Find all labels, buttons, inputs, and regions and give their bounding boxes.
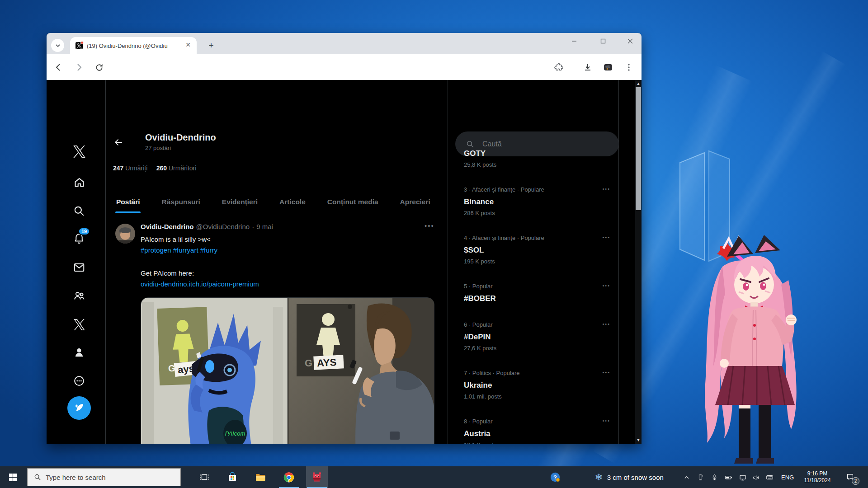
nav-profile-icon[interactable]: [73, 346, 85, 359]
compose-post-button[interactable]: [67, 396, 91, 420]
tray-battery-icon[interactable]: [725, 474, 732, 481]
browser-window: (19) Ovidiu-Dendrino (@Ovidiu ✕ + x.com/…: [47, 33, 642, 444]
taskbar-search-box[interactable]: [27, 468, 181, 486]
tweet-image-protogen-art[interactable]: G ays PAIcom: [141, 298, 288, 444]
scroll-down-arrow[interactable]: ▼: [636, 438, 641, 442]
trend-more-button[interactable]: •••: [602, 418, 610, 423]
nav-messages-icon[interactable]: [73, 261, 85, 274]
trend-meta: 7 · Politics · Populare: [464, 369, 610, 378]
svg-text:G: G: [305, 357, 312, 369]
profile-tab-2[interactable]: Răspunsuri: [151, 191, 211, 213]
reload-button[interactable]: [94, 62, 104, 73]
trend-more-button[interactable]: •••: [602, 283, 610, 288]
get-help-button[interactable]: ?: [550, 472, 561, 483]
minimize-button[interactable]: [564, 33, 585, 49]
trend-item[interactable]: 7 · Politics · Populare•••Ukraine1,01 mi…: [464, 369, 610, 401]
nav-home-icon[interactable]: [73, 176, 85, 188]
taskbar-search-input[interactable]: [46, 474, 154, 481]
chevron-down-icon: [55, 43, 61, 48]
language-indicator[interactable]: ENG: [781, 466, 794, 488]
tray-microphone-icon[interactable]: [711, 474, 718, 481]
trend-post-count: 27,6 K posts: [464, 344, 610, 353]
trend-post-count: 12,1 K posts: [464, 441, 610, 444]
followers-label[interactable]: Urmăritori: [169, 164, 196, 172]
trend-more-button[interactable]: •••: [602, 186, 610, 192]
tweet-image-meme-photo[interactable]: G AYS: [288, 298, 434, 444]
scroll-up-arrow[interactable]: ▲: [636, 81, 641, 86]
tab-search-button[interactable]: [51, 39, 64, 52]
browser-tab[interactable]: (19) Ovidiu-Dendrino (@Ovidiu ✕: [70, 37, 197, 54]
taskbar-clock[interactable]: 9:16 PM 11/18/2024: [798, 466, 836, 488]
tab-close-icon[interactable]: ✕: [184, 42, 192, 50]
nav-premium-icon[interactable]: [73, 318, 85, 331]
x-search-input[interactable]: [482, 140, 591, 148]
extension-protogen-icon[interactable]: [603, 62, 613, 73]
chrome-button[interactable]: [283, 472, 294, 483]
tray-volume-icon[interactable]: [752, 474, 760, 481]
tray-expand-chevron[interactable]: [683, 474, 690, 481]
tweet-author-name[interactable]: Ovidiu-Dendrino: [141, 223, 194, 230]
trend-meta: 3 · Afaceri și finanțe · Populare: [464, 185, 610, 194]
tray-keyboard-icon[interactable]: [766, 474, 774, 481]
trend-more-button[interactable]: •••: [602, 321, 610, 327]
trend-name[interactable]: Binance: [464, 196, 610, 208]
trend-item[interactable]: GOTY25,8 K posts: [464, 148, 610, 169]
trend-item[interactable]: 5 · Popular•••#BOBER: [464, 282, 610, 305]
trend-name[interactable]: Austria: [464, 428, 610, 440]
profile-tab-1[interactable]: Postări: [105, 191, 151, 213]
nav-communities-icon[interactable]: [73, 289, 85, 302]
back-button[interactable]: [53, 62, 64, 73]
followers-count[interactable]: 260: [156, 164, 167, 172]
profile-tab-5[interactable]: Conținut media: [316, 191, 389, 213]
tweet-hashtags[interactable]: #protogen #furryart #furry: [141, 245, 430, 256]
tweet-link[interactable]: ovidiu-dendrino.itch.io/paicom-premium: [141, 279, 430, 290]
tweet-avatar[interactable]: [115, 224, 135, 244]
profile-tab-3[interactable]: Evidențieri: [211, 191, 269, 213]
trend-item[interactable]: 3 · Afaceri și finanțe · Populare•••Bina…: [464, 185, 610, 218]
back-arrow-icon[interactable]: [113, 137, 123, 147]
maximize-button[interactable]: [593, 33, 613, 49]
trend-name[interactable]: Ukraine: [464, 380, 610, 391]
task-view-button[interactable]: [199, 472, 210, 483]
trend-item[interactable]: 8 · Popular•••Austria12,1 K posts: [464, 417, 610, 444]
tray-phone-icon[interactable]: [697, 474, 704, 481]
following-count[interactable]: 247: [113, 164, 123, 172]
tray-network-icon[interactable]: [739, 474, 746, 481]
x-logo-icon[interactable]: [73, 145, 85, 158]
extensions-button[interactable]: [553, 62, 564, 73]
notifications-badge: 19: [78, 227, 90, 235]
desktop-mascot-anime-girl[interactable]: [695, 230, 820, 466]
tweet-date[interactable]: 9 mai: [256, 223, 273, 230]
clock-date: 11/18/2024: [804, 477, 830, 484]
new-tab-button[interactable]: +: [206, 40, 217, 51]
start-button[interactable]: [7, 472, 18, 483]
nav-more-icon[interactable]: [73, 375, 85, 387]
protogen-app-button[interactable]: [311, 472, 322, 483]
trend-name[interactable]: #DePIN: [464, 331, 610, 343]
browser-toolbar: x.com/OvidiuDendrino G文: [47, 54, 642, 80]
file-explorer-button[interactable]: [255, 472, 266, 483]
nav-explore-icon[interactable]: [73, 205, 85, 217]
forward-button[interactable]: [74, 62, 85, 73]
taskbar-weather-widget[interactable]: ❄ 3 cm of snow soon: [595, 466, 664, 488]
trend-more-button[interactable]: •••: [602, 370, 610, 375]
following-label[interactable]: Urmăriți: [125, 164, 147, 172]
trend-name[interactable]: $SOL: [464, 244, 610, 256]
tweet-author-handle[interactable]: @OvidiuDendrino: [196, 223, 250, 230]
trend-item[interactable]: 4 · Afaceri și finanțe · Populare•••$SOL…: [464, 234, 610, 266]
profile-tab-6[interactable]: Aprecieri: [389, 191, 441, 213]
downloads-button[interactable]: [582, 62, 593, 73]
profile-tab-4[interactable]: Articole: [269, 191, 316, 213]
menu-kebab-button[interactable]: [623, 62, 634, 73]
trend-meta: 6 · Popular: [464, 320, 610, 329]
tweet-more-button[interactable]: •••: [425, 222, 434, 230]
tweet-media[interactable]: G ays PAIcom: [141, 297, 434, 444]
trend-meta: 8 · Popular: [464, 417, 610, 426]
close-button[interactable]: [620, 33, 641, 49]
trend-name[interactable]: GOTY: [464, 148, 610, 160]
scrollbar-thumb[interactable]: [636, 87, 641, 210]
trend-name[interactable]: #BOBER: [464, 293, 610, 305]
trend-more-button[interactable]: •••: [602, 235, 610, 240]
trend-item[interactable]: 6 · Popular•••#DePIN27,6 K posts: [464, 320, 610, 353]
microsoft-store-button[interactable]: [227, 472, 238, 483]
